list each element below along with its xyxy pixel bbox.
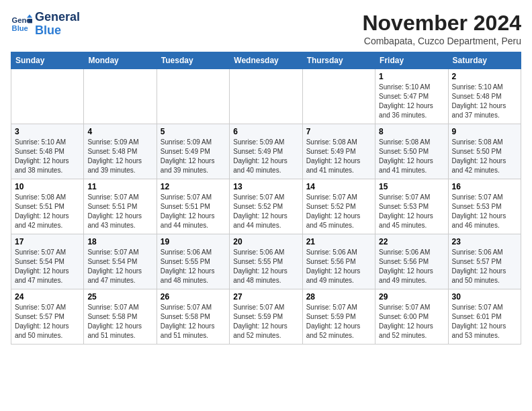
- day-info: Sunrise: 5:09 AMSunset: 5:49 PMDaylight:…: [161, 138, 226, 175]
- weekday-header-thursday: Thursday: [302, 52, 375, 69]
- calendar-cell: 26Sunrise: 5:07 AMSunset: 5:58 PMDayligh…: [157, 289, 229, 345]
- calendar-cell: 27Sunrise: 5:07 AMSunset: 5:59 PMDayligh…: [230, 289, 302, 345]
- calendar-cell: 13Sunrise: 5:07 AMSunset: 5:52 PMDayligh…: [230, 179, 302, 234]
- day-info: Sunrise: 5:06 AMSunset: 5:55 PMDaylight:…: [161, 248, 226, 285]
- day-number: 14: [306, 182, 371, 191]
- day-info: Sunrise: 5:09 AMSunset: 5:48 PMDaylight:…: [87, 138, 152, 175]
- calendar-cell: 18Sunrise: 5:07 AMSunset: 5:54 PMDayligh…: [84, 234, 157, 289]
- week-row-4: 17Sunrise: 5:07 AMSunset: 5:54 PMDayligh…: [11, 234, 521, 289]
- calendar-cell: 24Sunrise: 5:07 AMSunset: 5:57 PMDayligh…: [11, 289, 84, 345]
- day-number: 17: [15, 237, 80, 246]
- day-number: 12: [161, 182, 226, 191]
- calendar-cell: 5Sunrise: 5:09 AMSunset: 5:49 PMDaylight…: [157, 124, 229, 179]
- logo-text: General Blue: [35, 11, 80, 38]
- calendar-cell: 16Sunrise: 5:07 AMSunset: 5:53 PMDayligh…: [448, 179, 521, 234]
- day-number: 2: [452, 72, 517, 81]
- logo: General Blue General Blue: [11, 11, 80, 38]
- day-number: 27: [233, 292, 298, 302]
- day-number: 5: [161, 127, 226, 136]
- calendar-cell: 22Sunrise: 5:06 AMSunset: 5:56 PMDayligh…: [375, 234, 448, 289]
- day-number: 21: [306, 237, 371, 246]
- calendar-cell: 4Sunrise: 5:09 AMSunset: 5:48 PMDaylight…: [84, 124, 157, 179]
- calendar-cell: 19Sunrise: 5:06 AMSunset: 5:55 PMDayligh…: [157, 234, 229, 289]
- calendar-cell: 2Sunrise: 5:10 AMSunset: 5:48 PMDaylight…: [448, 69, 521, 124]
- day-info: Sunrise: 5:07 AMSunset: 5:58 PMDaylight:…: [87, 303, 152, 340]
- day-number: 9: [452, 127, 517, 136]
- day-number: 11: [87, 182, 152, 191]
- calendar-cell: 11Sunrise: 5:07 AMSunset: 5:51 PMDayligh…: [84, 179, 157, 234]
- calendar-cell: 20Sunrise: 5:06 AMSunset: 5:55 PMDayligh…: [230, 234, 302, 289]
- day-number: 16: [452, 182, 517, 191]
- day-number: 13: [233, 182, 298, 191]
- calendar-cell: 23Sunrise: 5:06 AMSunset: 5:57 PMDayligh…: [448, 234, 521, 289]
- day-number: 1: [379, 72, 444, 81]
- day-number: 7: [306, 127, 371, 136]
- day-info: Sunrise: 5:08 AMSunset: 5:50 PMDaylight:…: [379, 138, 444, 175]
- day-number: 4: [87, 127, 152, 136]
- weekday-header-row: SundayMondayTuesdayWednesdayThursdayFrid…: [11, 52, 521, 69]
- week-row-5: 24Sunrise: 5:07 AMSunset: 5:57 PMDayligh…: [11, 289, 521, 345]
- calendar-cell: 28Sunrise: 5:07 AMSunset: 5:59 PMDayligh…: [302, 289, 375, 345]
- day-number: 20: [233, 237, 298, 246]
- weekday-header-saturday: Saturday: [448, 52, 521, 69]
- calendar-cell: 6Sunrise: 5:09 AMSunset: 5:49 PMDaylight…: [230, 124, 302, 179]
- calendar-cell: 21Sunrise: 5:06 AMSunset: 5:56 PMDayligh…: [302, 234, 375, 289]
- day-info: Sunrise: 5:07 AMSunset: 5:54 PMDaylight:…: [87, 248, 152, 285]
- day-info: Sunrise: 5:07 AMSunset: 5:51 PMDaylight:…: [161, 193, 226, 230]
- weekday-header-tuesday: Tuesday: [157, 52, 229, 69]
- calendar-cell: 10Sunrise: 5:08 AMSunset: 5:51 PMDayligh…: [11, 179, 84, 234]
- month-title: November 2024: [362, 11, 521, 36]
- calendar-cell: 7Sunrise: 5:08 AMSunset: 5:49 PMDaylight…: [302, 124, 375, 179]
- day-number: 28: [306, 292, 371, 302]
- day-info: Sunrise: 5:07 AMSunset: 5:52 PMDaylight:…: [233, 193, 298, 230]
- day-info: Sunrise: 5:07 AMSunset: 5:52 PMDaylight:…: [306, 193, 371, 230]
- calendar-cell: 9Sunrise: 5:08 AMSunset: 5:50 PMDaylight…: [448, 124, 521, 179]
- calendar-cell: 1Sunrise: 5:10 AMSunset: 5:47 PMDaylight…: [375, 69, 448, 124]
- day-info: Sunrise: 5:06 AMSunset: 5:55 PMDaylight:…: [233, 248, 298, 285]
- svg-marker-3: [28, 19, 32, 23]
- location-title: Combapata, Cuzco Department, Peru: [362, 36, 521, 46]
- calendar-table: SundayMondayTuesdayWednesdayThursdayFrid…: [11, 52, 521, 345]
- calendar-cell: 12Sunrise: 5:07 AMSunset: 5:51 PMDayligh…: [157, 179, 229, 234]
- weekday-header-sunday: Sunday: [11, 52, 84, 69]
- calendar-cell: 25Sunrise: 5:07 AMSunset: 5:58 PMDayligh…: [84, 289, 157, 345]
- day-info: Sunrise: 5:07 AMSunset: 5:57 PMDaylight:…: [15, 303, 80, 340]
- title-area: November 2024 Combapata, Cuzco Departmen…: [362, 11, 521, 46]
- day-info: Sunrise: 5:08 AMSunset: 5:51 PMDaylight:…: [15, 193, 80, 230]
- calendar-cell: 17Sunrise: 5:07 AMSunset: 5:54 PMDayligh…: [11, 234, 84, 289]
- day-number: 18: [87, 237, 152, 246]
- svg-text:Blue: Blue: [12, 24, 28, 32]
- day-info: Sunrise: 5:07 AMSunset: 6:00 PMDaylight:…: [379, 303, 444, 340]
- day-number: 8: [379, 127, 444, 136]
- calendar-cell: 3Sunrise: 5:10 AMSunset: 5:48 PMDaylight…: [11, 124, 84, 179]
- calendar-cell: [157, 69, 229, 124]
- day-number: 22: [379, 237, 444, 246]
- day-info: Sunrise: 5:07 AMSunset: 5:54 PMDaylight:…: [15, 248, 80, 285]
- weekday-header-wednesday: Wednesday: [230, 52, 302, 69]
- day-number: 26: [161, 292, 226, 302]
- calendar-cell: [230, 69, 302, 124]
- calendar-cell: [11, 69, 84, 124]
- day-info: Sunrise: 5:07 AMSunset: 5:51 PMDaylight:…: [87, 193, 152, 230]
- day-info: Sunrise: 5:10 AMSunset: 5:47 PMDaylight:…: [379, 83, 444, 120]
- week-row-1: 1Sunrise: 5:10 AMSunset: 5:47 PMDaylight…: [11, 69, 521, 124]
- weekday-header-friday: Friday: [375, 52, 448, 69]
- calendar-cell: 15Sunrise: 5:07 AMSunset: 5:53 PMDayligh…: [375, 179, 448, 234]
- day-info: Sunrise: 5:06 AMSunset: 5:56 PMDaylight:…: [306, 248, 371, 285]
- day-info: Sunrise: 5:07 AMSunset: 6:01 PMDaylight:…: [452, 303, 517, 340]
- weekday-header-monday: Monday: [84, 52, 157, 69]
- week-row-2: 3Sunrise: 5:10 AMSunset: 5:48 PMDaylight…: [11, 124, 521, 179]
- day-number: 23: [452, 237, 517, 246]
- day-number: 29: [379, 292, 444, 302]
- calendar-cell: [302, 69, 375, 124]
- day-info: Sunrise: 5:09 AMSunset: 5:49 PMDaylight:…: [233, 138, 298, 175]
- calendar-cell: 30Sunrise: 5:07 AMSunset: 6:01 PMDayligh…: [448, 289, 521, 345]
- calendar-cell: [84, 69, 157, 124]
- day-number: 24: [15, 292, 80, 302]
- day-info: Sunrise: 5:07 AMSunset: 5:53 PMDaylight:…: [452, 193, 517, 230]
- day-number: 6: [233, 127, 298, 136]
- day-info: Sunrise: 5:06 AMSunset: 5:56 PMDaylight:…: [379, 248, 444, 285]
- day-number: 30: [452, 292, 517, 302]
- day-info: Sunrise: 5:08 AMSunset: 5:50 PMDaylight:…: [452, 138, 517, 175]
- logo-icon: General Blue: [11, 13, 32, 35]
